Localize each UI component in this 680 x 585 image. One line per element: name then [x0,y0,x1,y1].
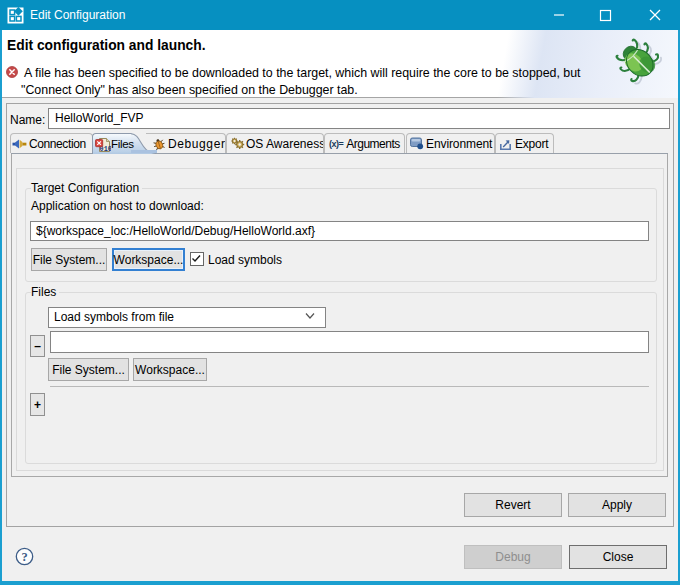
svg-text:?: ? [21,550,27,564]
